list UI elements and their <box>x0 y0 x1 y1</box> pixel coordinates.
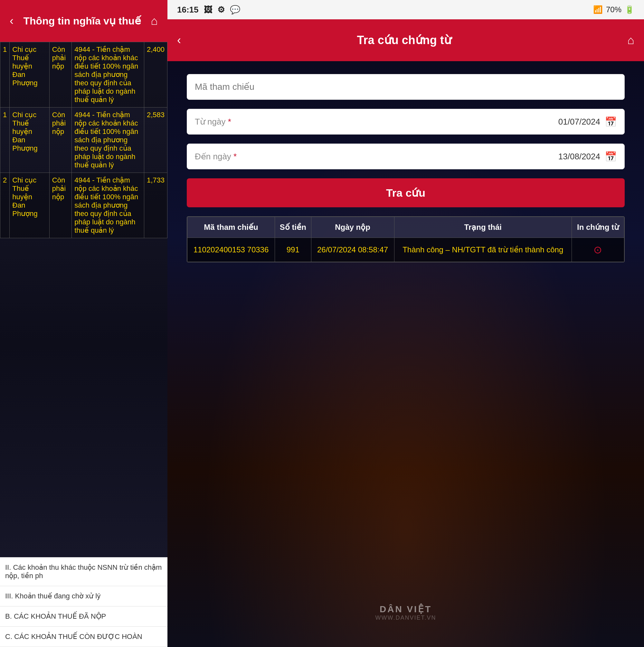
stt-cell: 1 <box>0 107 10 173</box>
status-bar: 16:15 🖼 ⚙ 💬 📶 70% 🔋 <box>168 0 644 19</box>
wifi-icon: 📶 <box>593 5 603 14</box>
left-panel: ‹ Thông tin nghĩa vụ thuế ⌂ 1 Chi cục Th… <box>0 0 168 647</box>
stt-cell: 1 <box>0 42 10 107</box>
den-ngay-value: 13/08/2024 📅 <box>558 151 617 162</box>
results-table-header: Ngày nộp <box>311 217 394 238</box>
required-star-2: * <box>234 152 237 161</box>
results-table-header: Số tiền <box>275 217 311 238</box>
result-in-chung-tu[interactable]: ⊙ <box>572 238 624 262</box>
results-table-header: Mã tham chiếu <box>187 217 275 238</box>
footer-sections: II. Các khoản thu khác thuộc NSNN trừ ti… <box>0 557 168 647</box>
watermark-line2: WWW.DANVIET.VN <box>376 615 436 621</box>
trang-thai-cell: Còn phải nộp <box>49 173 71 238</box>
co-quan-cell: Chi cục Thuế huyện Đan Phượng <box>10 42 50 107</box>
tu-ngay-label: Từ ngày * <box>195 117 231 127</box>
settings-icon: ⚙ <box>217 5 225 15</box>
result-trang-thai: Thành công – NH/TGTT đã trừ tiền thành c… <box>394 238 572 262</box>
co-quan-cell: Chi cục Thuế huyện Đan Phượng <box>10 107 50 173</box>
so-tien-cell: 1,733 <box>144 173 167 238</box>
battery-level: 70% <box>606 5 622 14</box>
left-content: 1 Chi cục Thuế huyện Đan Phượng Còn phải… <box>0 42 168 647</box>
result-so-tien: 991 <box>275 238 311 262</box>
noi-dung-cell: 4944 - Tiền chậm nộp các khoản khác điều… <box>72 173 144 238</box>
results-table-container: Mã tham chiếuSố tiềnNgày nộpTrạng tháiIn… <box>187 216 625 262</box>
calendar-icon-2[interactable]: 📅 <box>605 151 617 162</box>
status-indicators: 📶 70% 🔋 <box>593 5 634 14</box>
right-content: Từ ngày * 01/07/2024 📅 Đến ngày * 13/08/… <box>168 61 644 275</box>
search-button[interactable]: Tra cứu <box>187 178 625 207</box>
left-header: ‹ Thông tin nghĩa vụ thuế ⌂ <box>0 0 168 42</box>
message-icon: 💬 <box>230 5 240 15</box>
noi-dung-cell: 4944 - Tiền chậm nộp các khoản khác điều… <box>72 42 144 107</box>
result-ma-tham-chieu: 110202400153 70336 <box>187 238 275 262</box>
trang-thai-cell: Còn phải nộp <box>49 42 71 107</box>
footer-item[interactable]: III. Khoản thuế đang chờ xử lý <box>0 586 168 606</box>
tu-ngay-field[interactable]: Từ ngày * 01/07/2024 📅 <box>187 109 625 135</box>
den-ngay-field[interactable]: Đến ngày * 13/08/2024 📅 <box>187 144 625 169</box>
tax-table-container: 1 Chi cục Thuế huyện Đan Phượng Còn phải… <box>0 42 168 557</box>
table-row: 1 Chi cục Thuế huyện Đan Phượng Còn phải… <box>0 107 168 173</box>
left-home-button[interactable]: ⌂ <box>151 14 158 28</box>
results-table-row: 110202400153 7033699126/07/2024 08:58:47… <box>187 238 624 262</box>
tu-ngay-value: 01/07/2024 📅 <box>558 116 617 128</box>
so-tien-cell: 2,400 <box>144 42 167 107</box>
calendar-icon-1[interactable]: 📅 <box>605 116 617 128</box>
left-back-button[interactable]: ‹ <box>10 14 13 28</box>
ma-tham-chieu-field[interactable] <box>187 74 625 100</box>
right-title: Tra cứu chứng từ <box>181 33 627 47</box>
right-header: ‹ Tra cứu chứng từ ⌂ <box>168 19 644 61</box>
results-table-header: In chứng từ <box>572 217 624 238</box>
stt-cell: 2 <box>0 173 10 238</box>
ma-tham-chieu-input[interactable] <box>195 82 617 92</box>
den-ngay-label: Đến ngày * <box>195 152 237 162</box>
so-tien-cell: 2,583 <box>144 107 167 173</box>
battery-icon: 🔋 <box>625 5 634 14</box>
watermark: DÂN VIỆT WWW.DANVIET.VN <box>376 604 436 621</box>
watermark-line1: DÂN VIỆT <box>376 604 436 615</box>
required-star-1: * <box>228 117 231 127</box>
photo-icon: 🖼 <box>204 5 212 15</box>
right-back-button[interactable]: ‹ <box>177 33 181 47</box>
trang-thai-cell: Còn phải nộp <box>49 107 71 173</box>
results-table-header: Trạng thái <box>394 217 572 238</box>
noi-dung-cell: 4944 - Tiền chậm nộp các khoản khác điều… <box>72 107 144 173</box>
footer-item[interactable]: B. CÁC KHOẢN THUẾ ĐÃ NỘP <box>0 606 168 627</box>
tax-data-table: 1 Chi cục Thuế huyện Đan Phượng Còn phải… <box>0 42 168 238</box>
right-panel: 16:15 🖼 ⚙ 💬 📶 70% 🔋 ‹ Tra cứu chứng từ ⌂… <box>168 0 644 647</box>
results-table: Mã tham chiếuSố tiềnNgày nộpTrạng tháiIn… <box>187 217 624 262</box>
table-row: 2 Chi cục Thuế huyện Đan Phượng Còn phải… <box>0 173 168 238</box>
footer-item[interactable]: II. Các khoản thu khác thuộc NSNN trừ ti… <box>0 558 168 586</box>
table-row: 1 Chi cục Thuế huyện Đan Phượng Còn phải… <box>0 42 168 107</box>
co-quan-cell: Chi cục Thuế huyện Đan Phượng <box>10 173 50 238</box>
footer-item[interactable]: C. CÁC KHOẢN THUẾ CÒN ĐƯỢC HOÀN <box>0 627 168 647</box>
clock: 16:15 <box>177 5 199 15</box>
left-title: Thông tin nghĩa vụ thuế <box>13 15 151 27</box>
status-time: 16:15 🖼 ⚙ 💬 <box>177 5 240 15</box>
right-home-button[interactable]: ⌂ <box>627 33 634 47</box>
result-ngay-nop: 26/07/2024 08:58:47 <box>311 238 394 262</box>
print-icon[interactable]: ⊙ <box>593 244 602 256</box>
